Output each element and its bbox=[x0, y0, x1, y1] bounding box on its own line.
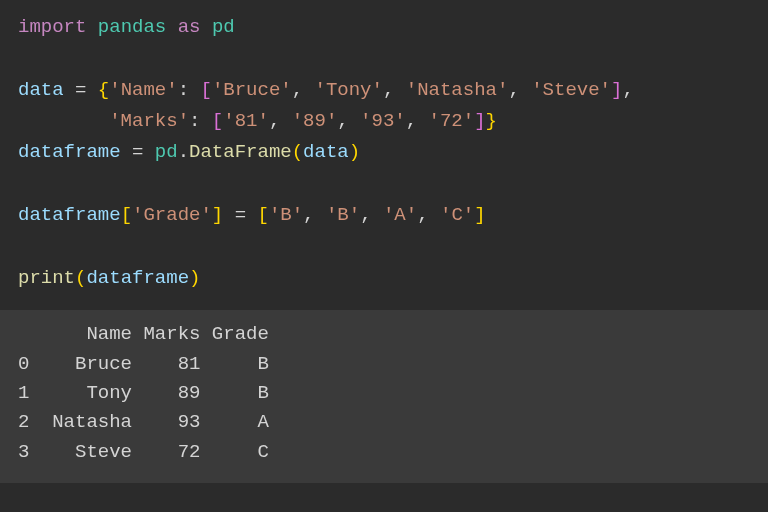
code-line: data = {'Name': ['Bruce', 'Tony', 'Natas… bbox=[18, 79, 634, 101]
string-literal: 'A' bbox=[383, 204, 417, 226]
code-line: dataframe['Grade'] = ['B', 'B', 'A', 'C'… bbox=[18, 204, 486, 226]
string-literal: 'B' bbox=[269, 204, 303, 226]
string-literal: 'Tony' bbox=[315, 79, 383, 101]
string-literal: '93' bbox=[360, 110, 406, 132]
string-literal: 'Bruce' bbox=[212, 79, 292, 101]
string-literal: '89' bbox=[292, 110, 338, 132]
bracket-open: [ bbox=[257, 204, 268, 226]
identifier-data: data bbox=[18, 79, 64, 101]
module-pandas: pandas bbox=[98, 16, 166, 38]
bracket-open: [ bbox=[121, 204, 132, 226]
keyword-as: as bbox=[178, 16, 201, 38]
bracket-open: [ bbox=[212, 110, 223, 132]
paren-close: ) bbox=[349, 141, 360, 163]
string-grade-key: 'Grade' bbox=[132, 204, 212, 226]
identifier-arg: dataframe bbox=[86, 267, 189, 289]
bracket-close: ] bbox=[474, 110, 485, 132]
paren-close: ) bbox=[189, 267, 200, 289]
colon: : bbox=[178, 79, 189, 101]
paren-open: ( bbox=[292, 141, 303, 163]
module-alias-pd: pd bbox=[212, 16, 235, 38]
bracket-close: ] bbox=[212, 204, 223, 226]
string-literal: 'B' bbox=[326, 204, 360, 226]
code-line: import pandas as pd bbox=[18, 16, 235, 38]
string-literal: 'C' bbox=[440, 204, 474, 226]
output-row: 0 Bruce 81 B bbox=[18, 353, 269, 375]
fn-print: print bbox=[18, 267, 75, 289]
output-row: 2 Natasha 93 A bbox=[18, 411, 269, 433]
brace-close: } bbox=[486, 110, 497, 132]
code-line: dataframe = pd.DataFrame(data) bbox=[18, 141, 360, 163]
string-name-key: 'Name' bbox=[109, 79, 177, 101]
code-line: 'Marks': ['81', '89', '93', '72']} bbox=[18, 110, 497, 132]
identifier-dataframe: dataframe bbox=[18, 204, 121, 226]
string-literal: 'Natasha' bbox=[406, 79, 509, 101]
output-row: 1 Tony 89 B bbox=[18, 382, 269, 404]
bracket-close: ] bbox=[474, 204, 485, 226]
string-marks-key: 'Marks' bbox=[109, 110, 189, 132]
string-literal: '72' bbox=[429, 110, 475, 132]
bracket-close: ] bbox=[611, 79, 622, 101]
identifier-arg: data bbox=[303, 141, 349, 163]
identifier-dataframe: dataframe bbox=[18, 141, 121, 163]
operator-eq: = bbox=[75, 79, 86, 101]
output-row: 3 Steve 72 C bbox=[18, 441, 269, 463]
paren-open: ( bbox=[75, 267, 86, 289]
module-pd: pd bbox=[155, 141, 178, 163]
brace-open: { bbox=[98, 79, 109, 101]
string-literal: 'Steve' bbox=[531, 79, 611, 101]
code-editor[interactable]: import pandas as pd data = {'Name': ['Br… bbox=[0, 0, 768, 310]
output-header: Name Marks Grade bbox=[18, 323, 269, 345]
code-line: print(dataframe) bbox=[18, 267, 200, 289]
string-literal: '81' bbox=[223, 110, 269, 132]
keyword-import: import bbox=[18, 16, 86, 38]
output-console: Name Marks Grade 0 Bruce 81 B 1 Tony 89 … bbox=[0, 310, 768, 483]
fn-dataframe: DataFrame bbox=[189, 141, 292, 163]
bracket-open: [ bbox=[200, 79, 211, 101]
